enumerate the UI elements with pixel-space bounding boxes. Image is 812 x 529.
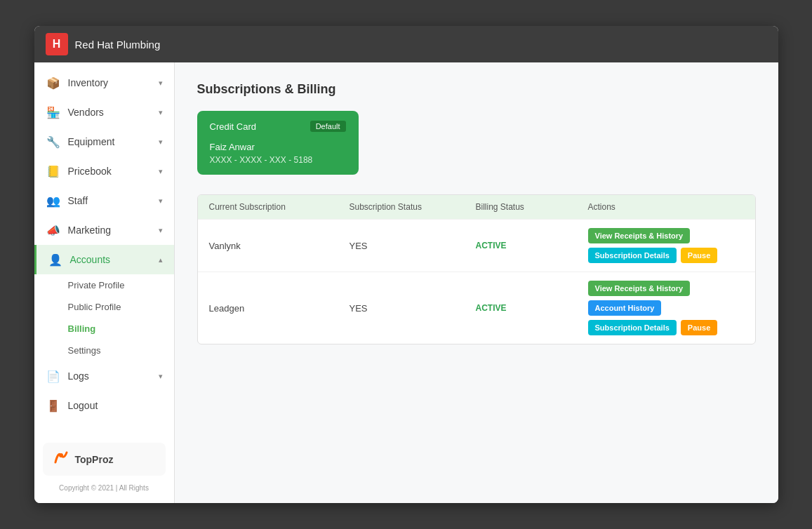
sidebar-item-vendors[interactable]: 🏪 Vendors ▾	[34, 98, 174, 127]
sidebar-label-accounts: Accounts	[70, 254, 111, 265]
sidebar-label-pricebook: Pricebook	[68, 166, 112, 177]
sub-details-vanlynk-button[interactable]: Subscription Details	[588, 248, 677, 263]
topproz-name: TopProz	[75, 454, 114, 465]
main-content: Subscriptions & Billing Credit Card Defa…	[175, 62, 778, 503]
company-name: Red Hat Plumbing	[75, 39, 161, 51]
sidebar-item-staff[interactable]: 👥 Staff ▾	[34, 186, 174, 215]
sidebar-sub-private-profile[interactable]: Private Profile	[34, 274, 174, 296]
sidebar-label-vendors: Vendors	[68, 107, 104, 118]
staff-icon: 👥	[46, 193, 61, 208]
col-sub-status: Subscription Status	[350, 202, 476, 212]
credit-card-default-badge: Default	[310, 121, 346, 132]
marketing-icon: 📣	[46, 222, 61, 238]
sidebar-sub-billing[interactable]: Billing	[34, 318, 174, 340]
pause-leadgen-button[interactable]: Pause	[681, 320, 717, 335]
billing-status-leadgen: ACTIVE	[476, 303, 588, 313]
sub-label-private-profile: Private Profile	[68, 280, 125, 290]
chevron-accounts: ▴	[159, 255, 163, 264]
page-title: Subscriptions & Billing	[197, 82, 756, 97]
top-bar: H Red Hat Plumbing	[34, 26, 778, 62]
sub-label-billing: Billing	[68, 323, 96, 334]
chevron-vendors: ▾	[159, 108, 163, 117]
view-receipts-leadgen-button[interactable]: View Receipts & History	[588, 281, 691, 296]
sidebar-item-equipment[interactable]: 🔧 Equipment ▾	[34, 127, 174, 156]
subscriptions-table: Current Subscription Subscription Status…	[197, 194, 756, 344]
sub-details-leadgen-button[interactable]: Subscription Details	[588, 320, 677, 335]
actions-vanlynk: View Receipts & History Subscription Det…	[588, 228, 744, 263]
credit-card-cardholder: Faiz Anwar	[210, 142, 346, 152]
sidebar-label-inventory: Inventory	[68, 77, 109, 88]
table-row: Vanlynk YES ACTIVE View Receipts & Histo…	[198, 219, 755, 272]
topproz-branding: TopProz	[43, 443, 166, 476]
sidebar-item-pricebook[interactable]: 📒 Pricebook ▾	[34, 156, 174, 186]
topproz-logo-icon	[53, 450, 69, 469]
logs-icon: 📄	[46, 368, 61, 384]
accounts-icon: 👤	[48, 252, 63, 267]
app-window: H Red Hat Plumbing 📦 Inventory ▾ 🏪 Vendo…	[34, 26, 778, 503]
company-logo: H	[46, 33, 68, 55]
credit-card-widget: Credit Card Default Faiz Anwar XXXX - XX…	[197, 111, 359, 175]
sub-status-leadgen: YES	[350, 303, 476, 314]
sidebar-item-logout[interactable]: 🚪 Logout	[34, 391, 174, 420]
sidebar-item-accounts[interactable]: 👤 Accounts ▴	[34, 245, 174, 274]
sub-status-vanlynk: YES	[350, 241, 476, 251]
credit-card-label: Credit Card	[210, 121, 256, 132]
view-receipts-vanlynk-button[interactable]: View Receipts & History	[588, 228, 691, 243]
vendors-icon: 🏪	[46, 105, 61, 120]
billing-status-vanlynk: ACTIVE	[476, 241, 588, 250]
sub-name-vanlynk: Vanlynk	[209, 241, 350, 251]
sidebar-item-logs[interactable]: 📄 Logs ▾	[34, 361, 174, 391]
sidebar-label-marketing: Marketing	[68, 225, 111, 236]
svg-point-0	[59, 453, 63, 457]
main-layout: 📦 Inventory ▾ 🏪 Vendors ▾ 🔧 Equipment ▾ …	[34, 62, 778, 503]
chevron-marketing: ▾	[159, 226, 163, 235]
credit-card-header: Credit Card Default	[210, 121, 346, 132]
col-actions: Actions	[588, 202, 744, 212]
col-billing-status: Billing Status	[476, 202, 588, 212]
sidebar-label-staff: Staff	[68, 195, 88, 206]
sidebar: 📦 Inventory ▾ 🏪 Vendors ▾ 🔧 Equipment ▾ …	[34, 62, 175, 503]
sub-name-leadgen: Leadgen	[209, 303, 350, 314]
sidebar-sub-settings[interactable]: Settings	[34, 340, 174, 361]
pause-vanlynk-button[interactable]: Pause	[681, 248, 717, 263]
credit-card-number: XXXX - XXXX - XXX - 5188	[210, 155, 346, 165]
chevron-pricebook: ▾	[159, 167, 163, 176]
inventory-icon: 📦	[46, 75, 61, 91]
logo-letter: H	[53, 38, 61, 51]
sidebar-label-equipment: Equipment	[68, 136, 115, 147]
table-header: Current Subscription Subscription Status…	[198, 195, 755, 219]
logout-icon: 🚪	[46, 398, 61, 413]
col-subscription: Current Subscription	[209, 202, 350, 212]
sidebar-label-logout: Logout	[68, 400, 98, 411]
chevron-equipment: ▾	[159, 138, 163, 147]
sidebar-sub-public-profile[interactable]: Public Profile	[34, 296, 174, 318]
equipment-icon: 🔧	[46, 134, 61, 149]
copyright-text: Copyright © 2021 | All Rights	[34, 481, 174, 497]
chevron-logs: ▾	[159, 372, 163, 381]
account-history-leadgen-button[interactable]: Account History	[588, 300, 662, 316]
chevron-staff: ▾	[159, 196, 163, 206]
sub-label-settings: Settings	[68, 345, 101, 356]
sub-label-public-profile: Public Profile	[68, 302, 121, 312]
table-row: Leadgen YES ACTIVE View Receipts & Histo…	[198, 272, 755, 344]
sidebar-item-marketing[interactable]: 📣 Marketing ▾	[34, 215, 174, 245]
actions-leadgen: View Receipts & History Account History …	[588, 281, 744, 335]
sidebar-label-logs: Logs	[68, 370, 89, 382]
sidebar-item-inventory[interactable]: 📦 Inventory ▾	[34, 68, 174, 98]
pricebook-icon: 📒	[46, 163, 61, 179]
chevron-inventory: ▾	[159, 79, 163, 88]
